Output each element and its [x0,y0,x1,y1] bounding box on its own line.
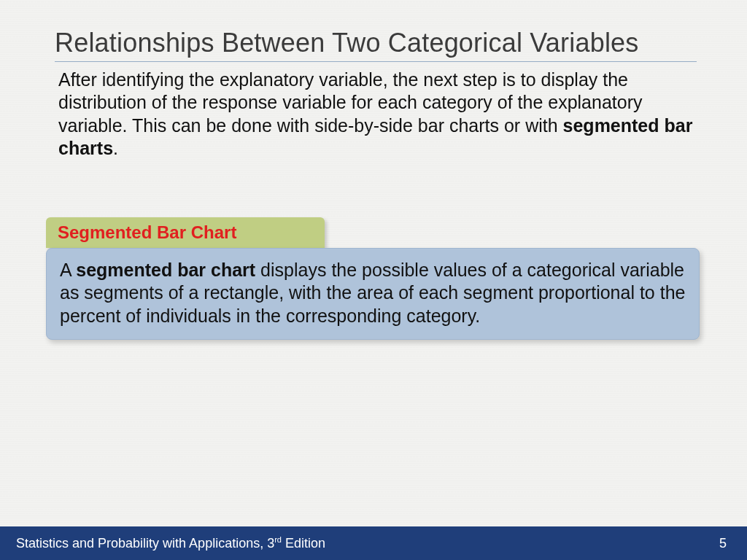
title-underline [55,61,697,62]
footer-book-sup: rd [274,535,282,544]
para-text-pre: After identifying the explanatory variab… [58,69,642,136]
footer-book-post: Edition [282,536,325,551]
slide: Relationships Between Two Categorical Va… [0,0,747,560]
def-pre: A [60,260,76,280]
page-number: 5 [719,536,727,551]
definition-box: A segmented bar chart displays the possi… [46,248,700,340]
term-tab: Segmented Bar Chart [46,217,325,248]
def-bold: segmented bar chart [76,260,255,280]
footer-bar: Statistics and Probability with Applicat… [0,526,747,560]
para-text-post: . [113,138,118,158]
footer-book-title: Statistics and Probability with Applicat… [16,535,325,551]
slide-title: Relationships Between Two Categorical Va… [55,28,639,58]
definition-text: A segmented bar chart displays the possi… [60,259,686,327]
term-label: Segmented Bar Chart [58,222,236,243]
footer-book-pre: Statistics and Probability with Applicat… [16,536,274,551]
intro-paragraph: After identifying the explanatory variab… [58,69,693,160]
